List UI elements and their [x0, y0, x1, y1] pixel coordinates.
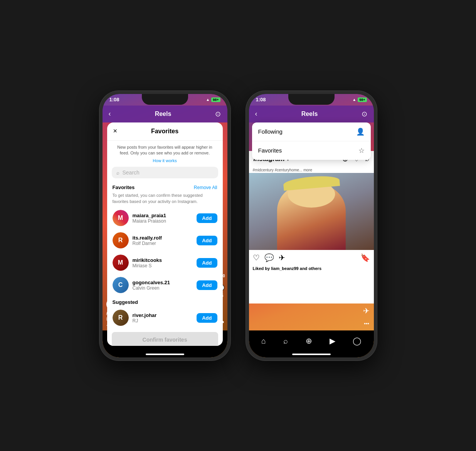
user-name-2: Rolf Darner — [133, 241, 193, 246]
feed-preview: Instagram ▾ ⊕ ♡ ⌕ #midcentury #centuryho… — [249, 151, 374, 303]
modal-subtitle: New posts from your favorites will appea… — [107, 141, 223, 158]
search-input[interactable]: Search — [123, 169, 140, 176]
user-name-s1: RJ — [133, 318, 193, 324]
add-btn-4[interactable]: Add — [197, 280, 217, 290]
notch-right — [288, 94, 335, 105]
modal-title: Favorites — [151, 128, 178, 135]
bottom-nav-profile-right[interactable]: ◯ — [353, 336, 361, 345]
camera-button-left[interactable]: ⊙ — [215, 110, 221, 118]
add-btn-1[interactable]: Add — [197, 213, 217, 223]
user-row-1: M maiara_praia1 Maiara Praiason Add — [107, 207, 223, 229]
battery-right: 98+ — [358, 97, 367, 102]
confirm-favorites-btn[interactable]: Confirm favorites — [112, 332, 218, 345]
phones-container: 1:08 ▲ 98+ ‹ Reels ⊙ ♥ 9,370 — [99, 91, 377, 360]
dropdown-menu: Following 👤 Favorites ☆ — [252, 122, 371, 160]
bottom-nav-reels-right[interactable]: ▶ — [330, 336, 335, 345]
user-handle-2: its.really.rolf — [133, 235, 193, 241]
nav-bar-left: ‹ Reels ⊙ — [103, 106, 227, 122]
feed-image — [249, 173, 374, 250]
bottom-nav-home-right[interactable]: ⌂ — [261, 337, 266, 345]
nav-bar-right: ‹ Reels ⊙ — [249, 106, 374, 122]
user-info-2: its.really.rolf Rolf Darner — [133, 235, 193, 246]
feed-actions-bar: ♡ 💬 ✈ 🔖 — [249, 250, 374, 265]
phone-right: 1:08 ▲ 98+ ‹ Reels ⊙ Instag — [246, 91, 377, 360]
user-name-3: Miriase S — [133, 263, 193, 268]
share-icon-right: ✈ — [363, 306, 370, 315]
user-name-4: Calvin Green — [133, 285, 193, 291]
user-avatar-2: R — [113, 232, 129, 248]
add-btn-3[interactable]: Add — [197, 258, 217, 268]
phone-left: 1:08 ▲ 98+ ‹ Reels ⊙ ♥ 9,370 — [99, 91, 230, 360]
user-handle-4: gogoncalves.21 — [133, 280, 193, 285]
avatar-img-4: C — [113, 277, 129, 293]
send-icon-feed[interactable]: ✈ — [279, 253, 285, 262]
status-time-right: 1:08 — [256, 97, 266, 102]
bottom-nav-create-right[interactable]: ⊕ — [306, 336, 312, 345]
user-handle-1: maiara_praia1 — [133, 213, 193, 218]
feed-likes: Liked by liam_beanz99 and others — [249, 265, 374, 272]
favorites-desc: To get started, you can confirm these su… — [107, 192, 223, 207]
feed-caption-preview: #midcentury #centuryhome... more — [249, 167, 374, 173]
user-avatar-s1: R — [113, 310, 129, 326]
home-indicator-right — [292, 354, 331, 355]
user-avatar-3: M — [113, 255, 129, 271]
modal-close-btn[interactable]: × — [113, 127, 118, 135]
remove-all-btn[interactable]: Remove All — [194, 185, 217, 190]
favorites-label: Favorites — [113, 184, 135, 190]
status-icons-left: ▲ 98+ — [206, 97, 220, 102]
user-name-1: Maiara Praiason — [133, 218, 193, 224]
following-label: Following — [258, 128, 283, 135]
battery-left: 98+ — [211, 97, 220, 102]
user-info-s1: river.johar RJ — [133, 312, 193, 324]
user-handle-s1: river.johar — [133, 312, 193, 318]
avatar-img-s1: R — [113, 310, 129, 326]
back-button-left[interactable]: ‹ — [109, 110, 111, 118]
user-info-3: mirikitcooks Miriase S — [133, 257, 193, 268]
add-btn-2[interactable]: Add — [197, 236, 217, 245]
favorites-label: Favorites — [258, 147, 282, 154]
camera-button-right[interactable]: ⊙ — [362, 110, 367, 118]
search-container: ⌕ Search — [112, 167, 218, 178]
comment-icon-feed[interactable]: 💬 — [264, 253, 274, 262]
search-icon: ⌕ — [116, 170, 119, 176]
dropdown-favorites[interactable]: Favorites ☆ — [252, 141, 371, 160]
suggested-header: Suggested — [107, 296, 223, 307]
more-action-right[interactable]: ••• — [364, 321, 369, 327]
bottom-nav-search-right[interactable]: ⌕ — [283, 337, 288, 345]
avatar-img-1: M — [113, 210, 129, 226]
nav-title-right: Reels — [301, 111, 318, 117]
person-icon: 👤 — [356, 127, 365, 136]
user-row-4: C gogoncalves.21 Calvin Green Add — [107, 274, 223, 296]
add-btn-s1[interactable]: Add — [197, 313, 217, 323]
wifi-icon: ▲ — [206, 97, 210, 102]
home-indicator-left — [146, 354, 184, 355]
avatar-img-2: R — [113, 232, 129, 248]
user-avatar-1: M — [113, 210, 129, 226]
user-info-4: gogoncalves.21 Calvin Green — [133, 280, 193, 291]
user-handle-3: mirikitcooks — [133, 257, 193, 263]
modal-header: × Favorites — [107, 122, 223, 141]
favorites-section-header: Favorites Remove All — [107, 182, 223, 192]
bookmark-icon-feed[interactable]: 🔖 — [360, 253, 370, 262]
favorites-modal: × Favorites New posts from your favorite… — [107, 122, 223, 346]
status-icons-right: ▲ 98+ — [352, 97, 367, 102]
like-icon-feed[interactable]: ♡ — [253, 253, 260, 262]
back-button-right[interactable]: ‹ — [255, 110, 257, 118]
user-info-1: maiara_praia1 Maiara Praiason — [133, 213, 193, 224]
nav-title-left: Reels — [155, 111, 172, 117]
user-row-3: M mirikitcooks Miriase S Add — [107, 251, 223, 274]
dropdown-following[interactable]: Following 👤 — [252, 122, 371, 141]
how-it-works-link[interactable]: How it works — [107, 158, 223, 167]
wifi-icon-right: ▲ — [352, 97, 356, 102]
share-action-right[interactable]: ✈ — [363, 306, 370, 315]
user-avatar-4: C — [113, 277, 129, 293]
avatar-img-3: M — [113, 255, 129, 271]
status-time-left: 1:08 — [109, 97, 119, 102]
notch — [142, 94, 188, 105]
user-row-2: R its.really.rolf Rolf Darner Add — [107, 229, 223, 251]
star-icon: ☆ — [358, 146, 365, 155]
user-row-suggested-1: R river.johar RJ Add — [107, 307, 223, 329]
more-icon-right: ••• — [364, 321, 369, 327]
